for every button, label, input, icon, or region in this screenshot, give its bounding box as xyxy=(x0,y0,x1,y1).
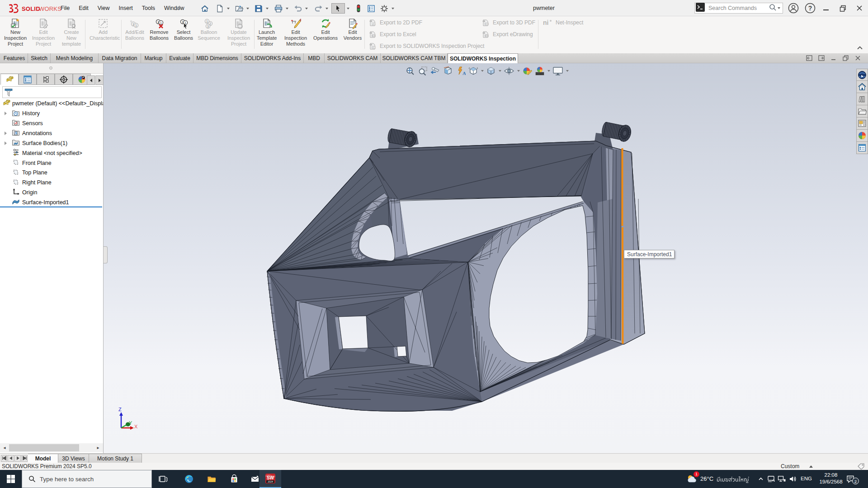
launch-template-editor-button[interactable]: Launch Template Editor xyxy=(253,17,280,52)
hide-show-items-dropdown[interactable] xyxy=(517,70,520,72)
command-tab-mesh-modeling[interactable]: Mesh Modeling xyxy=(51,53,99,63)
doc-restore-button[interactable] xyxy=(842,55,849,62)
settings-button-dropdown[interactable] xyxy=(390,3,396,14)
select-button[interactable] xyxy=(331,3,345,14)
scroll-left-arrow[interactable]: ◂ xyxy=(1,444,8,451)
restore-button[interactable] xyxy=(837,3,849,14)
display-style-button[interactable] xyxy=(486,66,496,76)
previous-view-button[interactable] xyxy=(430,66,440,76)
open-button[interactable] xyxy=(234,3,245,14)
tree-item-sensors[interactable]: Sensors xyxy=(0,118,103,128)
search-dropdown[interactable] xyxy=(778,7,780,9)
save-button[interactable] xyxy=(253,3,264,14)
pin-icon-button[interactable] xyxy=(175,5,182,14)
command-tab-mbd-dimensions[interactable]: MBD Dimensions xyxy=(193,53,241,63)
weather-description[interactable] xyxy=(717,475,753,484)
view-orientation-dropdown[interactable] xyxy=(481,70,484,72)
menu-insert[interactable]: Insert xyxy=(114,0,137,16)
doc-pane-right-button[interactable] xyxy=(818,55,825,62)
taskbar-store-button[interactable] xyxy=(225,470,243,488)
scroll-thumb[interactable] xyxy=(9,444,79,451)
taskbar-search-box[interactable]: Type here to search xyxy=(22,470,152,488)
save-button-dropdown[interactable] xyxy=(264,3,270,14)
tree-item-history[interactable]: History xyxy=(0,108,103,118)
export-to-solidworks-inspection-project-button[interactable]: SWExport to SOLIDWORKS Inspection Projec… xyxy=(369,42,484,51)
panel-h-scrollbar[interactable]: ◂▸ xyxy=(0,443,103,452)
options-button[interactable] xyxy=(366,3,377,14)
first-tab-button[interactable] xyxy=(1,455,7,462)
panel-tab-scroll-left[interactable] xyxy=(87,75,95,85)
command-tab-sketch[interactable]: Sketch xyxy=(28,53,51,63)
view-settings-button[interactable] xyxy=(552,66,563,76)
task-pane-3dexperience-tab[interactable] xyxy=(856,69,868,81)
tree-item-origin[interactable]: Origin xyxy=(0,188,103,197)
tray-time[interactable]: 22:08 xyxy=(817,472,845,478)
taskbar-solidworks-button[interactable]: SW2024 xyxy=(259,470,281,488)
weather-temp[interactable]: 26°C xyxy=(700,475,713,482)
remove-balloons-button[interactable]: 11Remove Balloons xyxy=(146,17,173,52)
command-tab-features[interactable]: Features xyxy=(1,53,28,63)
doc-pane-left-button[interactable] xyxy=(806,55,813,62)
export-to-excel-button[interactable]: XExport to Excel xyxy=(369,30,416,39)
edit-inspection-project-button[interactable]: Edit Inspection Project xyxy=(30,17,57,52)
status-units-dropdown[interactable] xyxy=(809,465,813,468)
taskbar-explorer-button[interactable] xyxy=(203,470,221,488)
custom-properties-tab[interactable] xyxy=(856,142,868,154)
tree-item-surface-bodies[interactable]: Surface Bodies(1) xyxy=(0,138,103,148)
menu-tools[interactable]: Tools xyxy=(137,0,160,16)
ribbon-collapse-button[interactable] xyxy=(856,44,865,52)
prev-tab-button[interactable] xyxy=(8,455,14,462)
update-inspection-project-button[interactable]: Update Inspection Project xyxy=(225,17,252,52)
view-palette-tab[interactable] xyxy=(856,117,868,130)
tray-volume[interactable] xyxy=(789,475,797,483)
home-button[interactable] xyxy=(199,3,210,14)
tree-item-front-plane[interactable]: Front Plane xyxy=(0,158,103,168)
edit-vendors-button[interactable]: Edit Vendors xyxy=(339,17,366,52)
tree-item-annotations[interactable]: AAnnotations xyxy=(0,128,103,138)
file-explorer-pane-tab[interactable] xyxy=(856,105,868,117)
feature-manager-tab[interactable] xyxy=(0,74,19,85)
configuration-manager-tab[interactable] xyxy=(37,74,55,85)
last-tab-button[interactable] xyxy=(21,455,28,462)
design-library-tab[interactable] xyxy=(856,93,868,105)
weather-button[interactable]: 1 xyxy=(685,473,698,485)
apply-scene-button[interactable] xyxy=(535,66,545,76)
doc-minimize-button[interactable] xyxy=(830,55,837,62)
tree-expand-arrow[interactable] xyxy=(5,112,7,115)
new-document-button[interactable] xyxy=(214,3,225,14)
close-button[interactable] xyxy=(854,3,865,14)
task-view-button[interactable] xyxy=(156,470,171,488)
tree-item-right-plane[interactable]: Right Plane xyxy=(0,178,103,188)
undo-button[interactable] xyxy=(292,3,303,14)
apply-scene-dropdown[interactable] xyxy=(547,70,550,72)
open-button-dropdown[interactable] xyxy=(245,3,250,14)
model-tab-motion-study-1[interactable]: Motion Study 1 xyxy=(89,454,142,463)
edit-appearance-button[interactable] xyxy=(522,66,532,76)
export-to-3d-pdf-button[interactable]: 3DExport to 3D PDF xyxy=(482,18,535,27)
tray-expand-button[interactable] xyxy=(758,476,764,482)
print-button[interactable] xyxy=(273,3,284,14)
dimxpert-manager-tab[interactable] xyxy=(55,74,73,85)
print-button-dropdown[interactable] xyxy=(284,3,290,14)
zoom-to-area-button[interactable] xyxy=(418,66,428,76)
view-orientation-button[interactable] xyxy=(468,66,478,76)
panel-tab-scroll-right[interactable] xyxy=(95,75,104,85)
command-tab-data-migration[interactable]: Data Migration xyxy=(99,53,141,63)
tree-item-top-plane[interactable]: Top Plane xyxy=(0,168,103,178)
command-tab-mbd[interactable]: MBD xyxy=(304,53,325,63)
tray-language[interactable]: ENG xyxy=(801,476,812,481)
minimize-button[interactable] xyxy=(820,3,832,14)
command-tab-evaluate[interactable]: Evaluate xyxy=(166,53,193,63)
status-units[interactable]: Custom xyxy=(781,463,799,469)
annotation-visibility-button[interactable]: A xyxy=(456,66,466,76)
tree-expand-arrow[interactable] xyxy=(5,131,7,135)
add-edit-balloons-button[interactable]: 11Add/Edit Balloons xyxy=(121,17,148,52)
new-inspection-project-button[interactable]: New Inspection Project xyxy=(2,17,29,52)
create-new-template-button[interactable]: Create New template xyxy=(58,17,85,52)
doc-close-button[interactable] xyxy=(854,55,862,62)
tree-item-material[interactable]: Material <not specified> xyxy=(0,148,103,158)
tray-network[interactable] xyxy=(778,475,786,483)
tree-filter-box[interactable] xyxy=(2,86,102,98)
scroll-right-arrow[interactable]: ▸ xyxy=(94,444,102,451)
undo-button-dropdown[interactable] xyxy=(303,3,309,14)
